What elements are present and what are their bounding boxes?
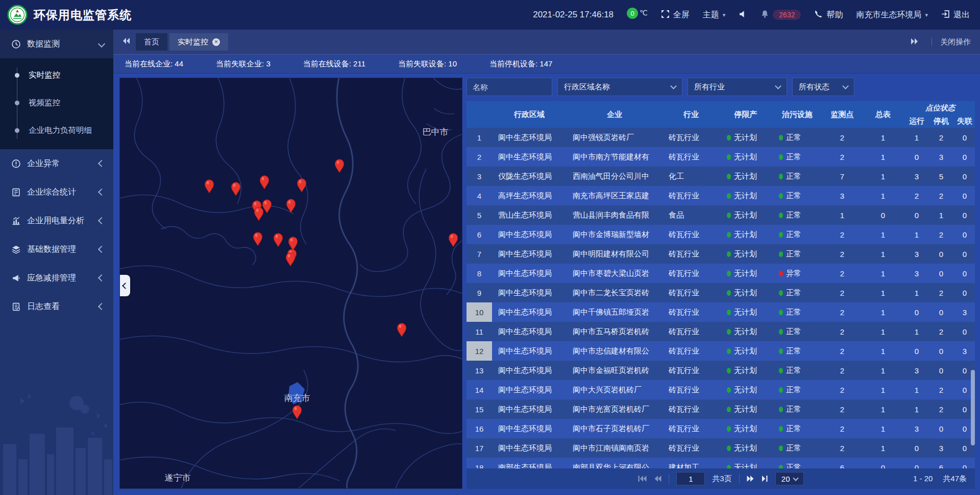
sidebar-item-企业综合统计[interactable]: 企业综合统计 bbox=[0, 178, 113, 206]
map-city-label-南充市: 南充市 bbox=[284, 392, 310, 404]
sidebar-item-应急减排管理[interactable]: 应急减排管理 bbox=[0, 264, 113, 292]
col-header-总表[interactable]: 总表 bbox=[862, 110, 904, 120]
cell-stopped-count: 0 bbox=[929, 308, 953, 317]
table-row[interactable]: 5营山生态环境局营山县润丰肉食品有限食品无计划正常10010 bbox=[467, 205, 975, 225]
table-row[interactable]: 13阆中生态环境局阆中市金福旺页岩机砖砖瓦行业无计划正常21300 bbox=[467, 361, 975, 380]
col-header-停限产[interactable]: 停限产 bbox=[720, 110, 772, 120]
stat-label: 当前在线设备: bbox=[303, 59, 353, 68]
user-menu[interactable]: 南充市生态环境局▾ bbox=[856, 10, 928, 20]
chart-icon bbox=[11, 216, 21, 226]
fullscreen-button[interactable]: 全屏 bbox=[661, 10, 690, 20]
tab-首页[interactable]: 首页 bbox=[136, 33, 167, 51]
tab-实时监控[interactable]: 实时监控✕ bbox=[169, 33, 228, 51]
table-row[interactable]: 2阆中生态环境局阆中市南方节能建材有砖瓦行业无计划正常21030 bbox=[467, 147, 975, 167]
help-button[interactable]: 帮助 bbox=[814, 10, 843, 20]
table-row[interactable]: 14阆中生态环境局阆中大兴页岩机砖厂砖瓦行业无计划正常21120 bbox=[467, 380, 975, 399]
sidebar-item-企业异常[interactable]: 企业异常 bbox=[0, 149, 113, 178]
col-header-行政区域[interactable]: 行政区域 bbox=[492, 110, 567, 120]
table-row[interactable]: 8阆中生态环境局阆中市枣碧大梁山页岩砖瓦行业无计划异常21300 bbox=[467, 264, 975, 283]
table-row[interactable]: 15阆中生态环境局阆中市光富页岩机砖厂砖瓦行业无计划正常21120 bbox=[467, 399, 975, 419]
map-panel[interactable]: 巴中市南充市遂宁市 bbox=[119, 78, 462, 489]
cell-monitor-count: 7 bbox=[823, 172, 862, 181]
cell-region: 阆中生态环境局 bbox=[492, 385, 567, 395]
cell-running-count: 0 bbox=[904, 463, 929, 469]
status-dot bbox=[779, 445, 783, 451]
prev-page-button[interactable] bbox=[654, 475, 662, 482]
name-filter-input[interactable] bbox=[467, 78, 552, 96]
status-filter-select[interactable]: 所有状态 bbox=[792, 78, 854, 96]
table-row[interactable]: 7阆中生态环境局阆中明阳建材有限公司砖瓦行业无计划正常21300 bbox=[467, 244, 975, 264]
table-row[interactable]: 9阆中生态环境局阆中市二龙长宝页岩砖砖瓦行业无计划正常21120 bbox=[467, 283, 975, 302]
status-dot bbox=[779, 407, 783, 412]
col-header-企业[interactable]: 企业 bbox=[567, 110, 663, 120]
sidebar-collapse-handle[interactable] bbox=[120, 275, 130, 296]
cell-production-status: 无计划 bbox=[720, 288, 772, 298]
stat-value: 211 bbox=[353, 59, 365, 68]
col-header-监测点[interactable]: 监测点 bbox=[823, 110, 862, 120]
status-dot bbox=[727, 426, 731, 432]
col-subheader-失联[interactable]: 失联 bbox=[953, 116, 976, 126]
last-page-button[interactable] bbox=[762, 475, 768, 482]
page-number-input[interactable] bbox=[676, 472, 705, 485]
map-marker-icon[interactable] bbox=[259, 175, 270, 190]
stat-value: 147 bbox=[540, 59, 552, 68]
sidebar-item-日志查看[interactable]: 日志查看 bbox=[0, 292, 113, 321]
map-marker-icon[interactable] bbox=[273, 232, 284, 247]
table-row[interactable]: 10阆中生态环境局阆中千佛镇五郎垭页岩砖瓦行业无计划正常21003 bbox=[467, 302, 975, 322]
notifications-button[interactable]: 2632 bbox=[761, 10, 801, 20]
sound-button[interactable] bbox=[739, 10, 747, 20]
close-operations-button[interactable]: 关闭操作 bbox=[940, 37, 971, 47]
table-row[interactable]: 18南部生态环境局南部县双华上河有限公建材加工无计划正常60060 bbox=[467, 458, 975, 468]
close-icon[interactable]: ✕ bbox=[212, 38, 220, 46]
chevron-down-icon bbox=[98, 40, 105, 48]
row-number: 9 bbox=[467, 283, 492, 302]
table-row[interactable]: 1阆中生态环境局阆中强锐页岩砖厂砖瓦行业无计划正常21120 bbox=[467, 128, 975, 147]
next-page-button[interactable] bbox=[747, 475, 754, 482]
map-marker-icon[interactable] bbox=[296, 178, 307, 193]
industry-filter-select[interactable]: 所有行业 bbox=[688, 78, 787, 96]
map-marker-icon[interactable] bbox=[448, 232, 459, 247]
first-page-button[interactable] bbox=[638, 475, 647, 482]
cell-monitor-count: 2 bbox=[823, 327, 862, 336]
col-subheader-停机[interactable]: 停机 bbox=[929, 116, 953, 126]
map-marker-icon[interactable] bbox=[396, 322, 407, 337]
tabs-scroll-left-button[interactable] bbox=[122, 37, 131, 46]
sidebar-item-label: 日志查看 bbox=[27, 301, 93, 312]
table-row[interactable]: 11阆中生态环境局阆中市五马桥页岩机砖砖瓦行业无计划正常21120 bbox=[467, 322, 975, 341]
cell-industry: 砖瓦行业 bbox=[663, 288, 720, 298]
logout-button[interactable]: 退出 bbox=[941, 10, 970, 20]
map-marker-icon[interactable] bbox=[285, 198, 297, 213]
map-marker-icon[interactable] bbox=[291, 405, 303, 419]
col-header-行业[interactable]: 行业 bbox=[663, 110, 720, 120]
region-filter-select[interactable]: 行政区域名称 bbox=[557, 78, 682, 96]
table-row[interactable]: 12阆中生态环境局阆中市忠信建材有限公砖瓦行业无计划正常21003 bbox=[467, 341, 975, 361]
table-scrollbar[interactable] bbox=[971, 128, 975, 468]
sidebar-group: 基础数据管理 bbox=[0, 235, 113, 264]
map-marker-icon[interactable] bbox=[230, 181, 241, 196]
col-subheader-运行[interactable]: 运行 bbox=[904, 116, 929, 126]
table-row[interactable]: 16阆中生态环境局阆中市石子页岩机砖厂砖瓦行业无计划正常21300 bbox=[467, 419, 975, 438]
map-marker-icon[interactable] bbox=[285, 252, 296, 267]
table-row[interactable]: 4高坪生态环境局南充市高坪区王家店建砖瓦行业无计划正常31220 bbox=[467, 186, 975, 205]
row-number: 12 bbox=[467, 341, 492, 361]
tabs-scroll-right-button[interactable] bbox=[910, 38, 918, 46]
map-marker-icon[interactable] bbox=[252, 231, 263, 246]
sidebar-subitem-视频监控[interactable]: 视频监控 bbox=[0, 89, 113, 116]
table-row[interactable]: 6阆中生态环境局阆中市金博瑞新型墙材砖瓦行业无计划正常21120 bbox=[467, 225, 975, 244]
table-row[interactable]: 3仪陇生态环境局西南油气田分公司川中化工无计划正常71350 bbox=[467, 167, 975, 186]
map-marker-icon[interactable] bbox=[253, 206, 264, 221]
map-marker-icon[interactable] bbox=[204, 179, 215, 194]
table-row[interactable]: 17阆中生态环境局阆中市江南镇阆南页岩砖瓦行业无计划正常21030 bbox=[467, 438, 975, 458]
datetime-label: 2021-02-25 17:46:18 bbox=[533, 10, 614, 20]
col-header-治污设施[interactable]: 治污设施 bbox=[772, 110, 823, 120]
sidebar-subitem-实时监控[interactable]: 实时监控 bbox=[0, 61, 113, 89]
map-marker-icon[interactable] bbox=[334, 158, 345, 173]
status-dot bbox=[727, 387, 731, 393]
sidebar-subitem-企业电力负荷明细[interactable]: 企业电力负荷明细 bbox=[0, 116, 113, 144]
sidebar-item-数据监测[interactable]: 数据监测 bbox=[0, 30, 113, 58]
theme-button[interactable]: 主题▾ bbox=[703, 10, 726, 20]
sidebar-item-企业用电量分析[interactable]: 企业用电量分析 bbox=[0, 206, 113, 235]
page-size-select[interactable]: 20 bbox=[775, 472, 804, 485]
sidebar-item-基础数据管理[interactable]: 基础数据管理 bbox=[0, 235, 113, 264]
scrollbar-thumb[interactable] bbox=[971, 370, 975, 445]
